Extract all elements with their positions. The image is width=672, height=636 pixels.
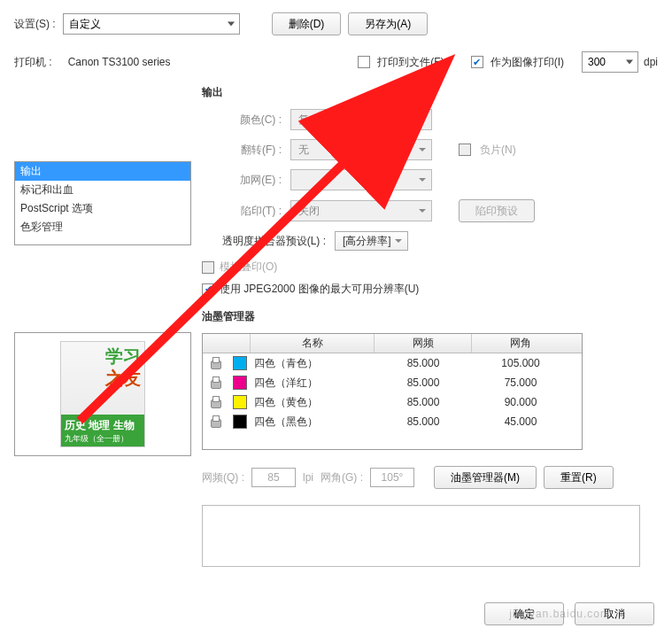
ink-row[interactable]: 四色（黄色）85.00090.000 (203, 392, 582, 412)
settings-preset-combo[interactable] (63, 13, 240, 35)
ink-swatch (233, 415, 247, 429)
simulate-overprint-checkbox (202, 261, 214, 274)
watermark: jingyan.baidu.com (509, 608, 610, 620)
preview-title1: 学习 (105, 347, 141, 365)
angle-input (370, 468, 414, 487)
dpi-input[interactable] (582, 51, 638, 73)
preview-area (202, 505, 640, 567)
ink-header-freq: 网频 (375, 334, 472, 353)
ink-name: 四色（洋红） (251, 376, 375, 391)
printer-name: Canon TS3100 series (68, 56, 171, 68)
printer-icon (209, 415, 223, 428)
ink-name: 四色（黑色） (251, 415, 375, 430)
sidebar-listbox[interactable]: 输出 标记和出血 PostScript 选项 色彩管理 (14, 161, 191, 245)
settings-preset-input[interactable] (63, 13, 240, 35)
negative-checkbox (459, 143, 471, 156)
printer-label: 打印机 : (14, 55, 52, 70)
ink-freq: 85.000 (375, 376, 472, 389)
ink-angle: 75.000 (472, 376, 569, 389)
print-to-file-label: 打印到文件(F) (377, 55, 444, 70)
save-as-button[interactable]: 另存为(A) (348, 12, 428, 35)
screen-label: 加网(E) : (202, 173, 282, 188)
printer-icon (209, 357, 223, 369)
delete-button[interactable]: 删除(D) (272, 12, 342, 35)
ink-row[interactable]: 四色（洋红）85.00075.000 (203, 373, 582, 392)
reset-button[interactable]: 重置(R) (544, 466, 614, 489)
output-section-title: 输出 (202, 85, 658, 100)
transparency-select[interactable]: [高分辨率] (335, 231, 408, 251)
freq-input (251, 468, 296, 487)
sidebar-item-marks[interactable]: 标记和出血 (15, 181, 190, 199)
dpi-label: dpi (644, 56, 658, 68)
ink-angle: 45.000 (472, 415, 569, 428)
lpi-label: lpi (303, 471, 313, 484)
negative-label: 负片(N) (480, 143, 516, 158)
print-as-image-label: 作为图像打印(I) (490, 55, 564, 70)
ink-name: 四色（黄色） (251, 395, 375, 410)
trap-label: 陷印(T) : (202, 204, 282, 219)
sidebar-item-output[interactable]: 输出 (15, 162, 190, 181)
print-to-file-checkbox[interactable] (358, 56, 370, 68)
ink-row[interactable]: 四色（黑色）85.00045.000 (203, 412, 582, 431)
ink-section-title: 油墨管理器 (202, 309, 658, 324)
document-preview: 学习 之友 历史 地理 生物 九年级（全一册） (14, 332, 191, 456)
trap-preset-button: 陷印预设 (459, 199, 535, 222)
ink-header-name: 名称 (251, 334, 375, 353)
ink-freq: 85.000 (375, 415, 472, 428)
screen-select: X (290, 169, 432, 190)
ink-row[interactable]: 四色（青色）85.000105.000 (203, 353, 582, 373)
ink-freq: 85.000 (375, 357, 472, 369)
ink-header-angle: 网角 (472, 334, 569, 353)
print-as-image-checkbox[interactable] (471, 56, 483, 68)
jpeg2000-checkbox[interactable] (202, 283, 214, 296)
angle-label: 网角(G) : (321, 470, 363, 485)
ink-name: 四色（青色） (251, 356, 375, 371)
color-label: 颜色(C) : (202, 112, 282, 128)
preview-band: 历史 地理 生物 (65, 418, 141, 433)
ink-swatch (233, 376, 247, 390)
preview-title2: 之友 (105, 367, 141, 391)
flip-label: 翻转(F) : (202, 143, 282, 158)
freq-label: 网频(Q) : (202, 470, 244, 485)
jpeg2000-label: 使用 JPEG2000 图像的最大可用分辨率(U) (220, 282, 419, 297)
trap-select: 关闭 (290, 200, 432, 221)
sidebar-item-postscript[interactable]: PostScript 选项 (15, 199, 190, 218)
printer-icon (209, 396, 223, 408)
color-select: 复合色 (290, 109, 432, 130)
dpi-combo[interactable] (582, 51, 638, 73)
preview-band2: 九年级（全一册） (65, 433, 141, 445)
printer-icon (209, 376, 223, 389)
ink-table: 名称 网频 网角 四色（青色）85.000105.000四色（洋红）85.000… (202, 333, 583, 450)
ink-manager-button[interactable]: 油墨管理器(M) (434, 466, 537, 489)
sidebar-item-color[interactable]: 色彩管理 (15, 218, 190, 237)
flip-select: 无 (290, 139, 432, 160)
ink-swatch (233, 356, 247, 370)
transparency-label: 透明度拼合器预设(L) : (202, 234, 326, 249)
ink-angle: 105.000 (472, 357, 569, 369)
simulate-overprint-label: 模拟叠印(O) (220, 260, 277, 275)
ink-freq: 85.000 (375, 396, 472, 408)
ink-swatch (233, 395, 247, 409)
ink-angle: 90.000 (472, 396, 569, 408)
settings-label: 设置(S) : (14, 17, 56, 32)
